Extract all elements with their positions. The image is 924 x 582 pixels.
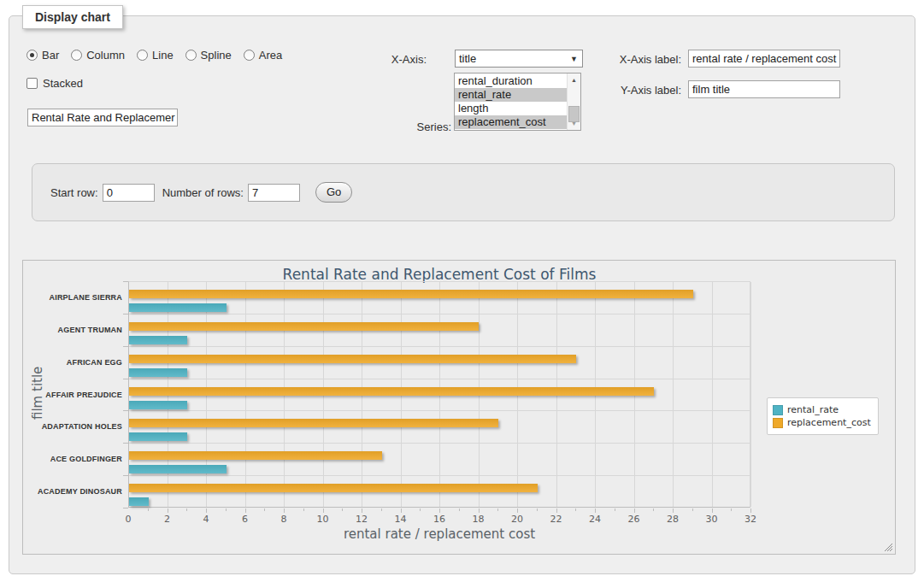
x-axis-tick-mark — [595, 509, 596, 513]
x-axis-select[interactable]: title ▼ — [455, 50, 583, 68]
bar-rental_rate[interactable] — [129, 465, 227, 473]
x-axis-tick-mark — [362, 509, 362, 513]
radio-button-icon[interactable] — [71, 50, 82, 61]
x-axis-tick-mark — [401, 509, 402, 513]
radio-button-icon[interactable] — [26, 50, 38, 61]
num-rows-input[interactable]: 7 — [248, 184, 300, 202]
x-axis-selected-value: title — [459, 52, 476, 65]
radio-button-icon[interactable] — [137, 50, 148, 61]
series-listbox[interactable]: rental_durationrental_ratelengthreplacem… — [454, 73, 581, 131]
bar-replacement_cost[interactable] — [129, 419, 498, 427]
x-axis-tick-mark — [692, 509, 693, 511]
y-axis-label-input[interactable]: film title — [688, 80, 840, 98]
x-axis-tick-mark — [653, 509, 654, 511]
chart-type-label: Line — [152, 49, 174, 62]
x-axis-tick-label: 14 — [395, 514, 407, 525]
chart-title: Rental Rate and Replacement Cost of Film… — [128, 266, 750, 283]
bar-rental_rate[interactable] — [129, 336, 187, 344]
num-rows-label: Number of rows: — [162, 186, 244, 199]
x-axis-tick-label: 2 — [164, 514, 170, 525]
x-axis-tick-mark — [439, 509, 440, 513]
x-axis-tick-mark — [634, 509, 635, 513]
x-axis-tick-mark — [712, 509, 713, 513]
bar-rental_rate[interactable] — [129, 303, 227, 312]
series-listbox-label: Series: — [368, 121, 451, 133]
x-axis-tick-mark — [537, 509, 538, 511]
chart-type-radio-line[interactable]: Line — [137, 49, 174, 62]
x-axis-tick-mark — [381, 509, 382, 511]
y-axis-tick-mark — [123, 314, 128, 315]
bar-replacement_cost[interactable] — [129, 451, 382, 460]
x-axis-tick-label: 32 — [744, 514, 756, 525]
chart-type-radio-group: BarColumnLineSplineArea — [26, 49, 289, 62]
radio-button-icon[interactable] — [185, 50, 197, 61]
x-axis-tick-label: 4 — [203, 514, 209, 525]
gridline-horizontal — [129, 475, 750, 476]
resize-handle-icon[interactable] — [883, 542, 892, 551]
radio-button-icon[interactable] — [244, 50, 255, 61]
x-axis-tick-mark — [615, 509, 615, 511]
x-axis-label-input[interactable]: rental rate / replacement cost — [688, 50, 840, 68]
category-label: AIRPLANE SIERRA — [23, 293, 122, 302]
chart-type-radio-column[interactable]: Column — [71, 49, 125, 62]
chart-type-label: Spline — [201, 49, 232, 62]
x-axis-tick-mark — [575, 509, 576, 511]
legend-item-label: rental_rate — [787, 404, 839, 415]
chart-title-input[interactable]: Rental Rate and Replacemer — [27, 109, 178, 126]
chart-type-radio-area[interactable]: Area — [244, 49, 282, 62]
chart-type-label: Area — [259, 49, 282, 62]
x-axis-tick-label: 20 — [511, 514, 523, 525]
bar-rental_rate[interactable] — [129, 401, 187, 409]
series-options: rental_durationrental_ratelengthreplacem… — [455, 74, 567, 129]
stacked-checkbox[interactable] — [26, 78, 38, 89]
bar-replacement_cost[interactable] — [129, 484, 538, 492]
bar-replacement_cost[interactable] — [129, 355, 576, 363]
y-axis-tick-mark — [123, 281, 128, 282]
chart-legend: rental_ratereplacement_cost — [767, 397, 879, 435]
bar-replacement_cost[interactable] — [129, 387, 654, 396]
y-axis-tick-mark — [123, 475, 128, 476]
legend-swatch-icon — [773, 418, 783, 428]
x-axis-tick-label: 24 — [589, 514, 601, 525]
series-option-rental_duration[interactable]: rental_duration — [455, 74, 567, 88]
bar-replacement_cost[interactable] — [129, 322, 479, 331]
bar-rental_rate[interactable] — [129, 432, 187, 441]
x-axis-tick-label: 16 — [433, 514, 445, 525]
start-row-label: Start row: — [50, 186, 98, 199]
legend-item-label: replacement_cost — [787, 417, 871, 428]
legend-item-replacement_cost[interactable]: replacement_cost — [773, 417, 871, 428]
x-axis-tick-label: 22 — [550, 514, 562, 525]
gridline-horizontal — [129, 379, 750, 379]
chart-type-radio-bar[interactable]: Bar — [26, 49, 59, 62]
go-button[interactable]: Go — [315, 182, 352, 203]
category-label: ACADEMY DINOSAUR — [23, 487, 122, 496]
x-axis-tick-label: 6 — [242, 514, 248, 525]
series-option-length[interactable]: length — [455, 102, 567, 115]
series-option-replacement_cost[interactable]: replacement_cost — [455, 115, 567, 129]
y-axis-tick-mark — [123, 443, 128, 444]
bar-rental_rate[interactable] — [129, 368, 187, 377]
x-axis-tick-mark — [148, 509, 149, 511]
legend-item-rental_rate[interactable]: rental_rate — [773, 404, 871, 415]
start-row-input[interactable]: 0 — [103, 184, 155, 202]
chart-type-radio-spline[interactable]: Spline — [185, 49, 232, 62]
bar-replacement_cost[interactable] — [129, 290, 693, 298]
x-axis-tick-mark — [517, 509, 518, 513]
fieldset-legend: Display chart — [22, 5, 123, 29]
gridline-vertical — [673, 282, 674, 507]
y-axis-label-field-label: Y-Axis label: — [565, 84, 681, 97]
x-axis-tick-label: 8 — [281, 514, 287, 525]
scrollbar-down-arrow-icon[interactable]: ▼ — [568, 117, 580, 130]
series-option-rental_rate[interactable]: rental_rate — [455, 88, 567, 102]
gridline-horizontal — [129, 443, 750, 444]
listbox-scrollbar[interactable]: ▲ ▼ — [567, 73, 580, 130]
x-axis-tick-mark — [479, 509, 480, 513]
gridline-horizontal — [129, 346, 750, 347]
x-axis-tick-label: 28 — [667, 514, 679, 525]
legend-swatch-icon — [773, 405, 783, 415]
y-axis-tick-mark — [123, 508, 128, 509]
bar-rental_rate[interactable] — [129, 497, 149, 506]
x-axis-tick-mark — [673, 509, 674, 513]
x-axis-tick-mark — [342, 509, 343, 511]
stacked-checkbox-row[interactable]: Stacked — [26, 77, 83, 90]
